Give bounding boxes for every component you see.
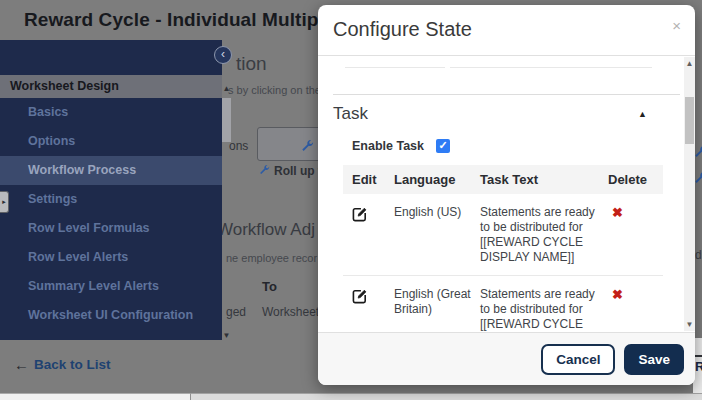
modal-header: Configure State ×: [318, 5, 695, 56]
modal-title: Configure State: [333, 18, 472, 41]
modal-scrollbar-thumb[interactable]: [685, 97, 694, 144]
delete-icon[interactable]: ✖: [612, 205, 623, 220]
scroll-up-icon[interactable]: ▲: [684, 59, 695, 68]
close-icon[interactable]: ×: [672, 17, 681, 34]
sidebar-item-settings[interactable]: Settings: [0, 185, 222, 214]
task-section-title: Task: [333, 104, 368, 124]
chevron-left-icon: ‹: [221, 47, 225, 61]
collapse-caret-icon[interactable]: ▲: [638, 109, 653, 119]
background-to-column-header: To: [262, 279, 277, 294]
sidebar-flyout-tab[interactable]: ▸: [0, 191, 9, 213]
page-scrollbar[interactable]: ▲ ▼: [221, 84, 232, 340]
table-row: English (Great Britain) Statements are r…: [343, 276, 663, 331]
modal-scrollbar[interactable]: ▲ ▼: [684, 57, 695, 331]
column-header-language: Language: [394, 165, 480, 194]
delete-icon[interactable]: ✖: [612, 287, 623, 302]
sidebar-collapse-button[interactable]: ‹: [214, 46, 232, 64]
sidebar-item-basics[interactable]: Basics: [0, 98, 222, 127]
sidebar-item-row-level-formulas[interactable]: Row Level Formulas: [0, 214, 222, 243]
rollup-link-label: Roll up t: [274, 164, 322, 178]
app-window: Reward Cycle - Individual Multiplier tio…: [0, 0, 702, 400]
column-header-delete: Delete: [608, 165, 663, 194]
bottom-panel-left: [0, 393, 190, 400]
edit-icon[interactable]: [350, 287, 369, 310]
table-row: English (US) Statements are ready to be …: [343, 194, 663, 276]
table-header-row: Edit Language Task Text Delete: [343, 165, 663, 194]
modal-body: Task ▲ Enable Task Edit Language Task Te…: [318, 56, 695, 331]
back-arrow-icon: ←: [14, 356, 29, 373]
task-section-header: Task ▲: [333, 95, 653, 124]
enable-task-checkbox[interactable]: [436, 139, 450, 153]
cancel-button[interactable]: Cancel: [541, 344, 615, 375]
configure-state-modal: Configure State × Task ▲ Enable Task Edi…: [318, 5, 695, 385]
sidebar-item-summary-level-alerts[interactable]: Summary Level Alerts: [0, 272, 222, 301]
column-header-edit: Edit: [343, 165, 394, 194]
task-text-cell: Statements are ready to be distributed f…: [480, 194, 608, 265]
background-right-edge-fragment: d: [695, 248, 702, 262]
back-to-list-link[interactable]: ← Back to List: [14, 356, 111, 373]
background-heading-fragment: tion: [236, 53, 267, 75]
sidebar-header: Worksheet Design: [0, 75, 222, 98]
scroll-down-icon[interactable]: ▼: [684, 320, 695, 329]
column-header-task-text: Task Text: [480, 165, 608, 194]
language-cell: English (US): [394, 194, 480, 265]
task-text-cell: Statements are ready to be distributed f…: [480, 276, 608, 331]
page-scrollbar-thumb[interactable]: [222, 98, 231, 142]
sidebar-item-options[interactable]: Options: [0, 127, 222, 156]
background-rollup-link[interactable]: Roll up t: [259, 164, 322, 178]
language-cell: English (Great Britain): [394, 276, 480, 331]
wrench-icon: [694, 144, 702, 162]
background-wrench-button[interactable]: [257, 127, 321, 161]
wrench-icon: [694, 170, 702, 188]
wrench-icon: [301, 138, 314, 156]
scrolled-content-fragment: [333, 56, 653, 94]
background-row-fragment-right: Worksheet: [262, 305, 319, 319]
task-table: Edit Language Task Text Delete: [343, 165, 663, 331]
sidebar-item-row-level-alerts[interactable]: Row Level Alerts: [0, 243, 222, 272]
scroll-up-icon[interactable]: ▲: [221, 84, 232, 93]
save-button[interactable]: Save: [624, 344, 684, 375]
modal-footer: Cancel Save: [318, 332, 695, 385]
sidebar-item-worksheet-ui-configuration[interactable]: Worksheet UI Configuration: [0, 301, 222, 330]
enable-task-label: Enable Task: [352, 139, 424, 153]
background-hint-fragment: s by clicking on the: [228, 84, 321, 96]
sidebar: Worksheet Design Basics Options Workflow…: [0, 40, 222, 340]
enable-task-row: Enable Task: [352, 139, 653, 153]
wrench-icon: [259, 164, 270, 178]
background-employee-fragment: ne employee recor: [226, 252, 317, 264]
edit-icon[interactable]: [350, 205, 369, 228]
page-title: Reward Cycle - Individual Multiplier: [24, 9, 348, 31]
bottom-panel-right: [190, 393, 702, 400]
scroll-down-icon[interactable]: ▼: [221, 331, 232, 340]
sidebar-item-workflow-process[interactable]: Workflow Process: [0, 156, 222, 185]
back-link-label: Back to List: [34, 357, 111, 372]
arrow-right-icon: ▸: [2, 198, 6, 205]
